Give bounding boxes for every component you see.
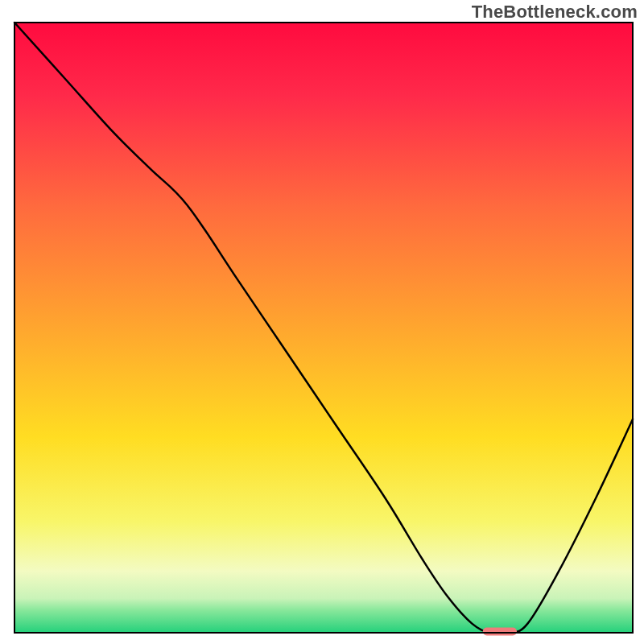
optimal-marker (483, 628, 517, 636)
watermark-text: TheBottleneck.com (472, 2, 638, 23)
gradient-background (15, 23, 632, 632)
bottleneck-chart (0, 0, 644, 644)
